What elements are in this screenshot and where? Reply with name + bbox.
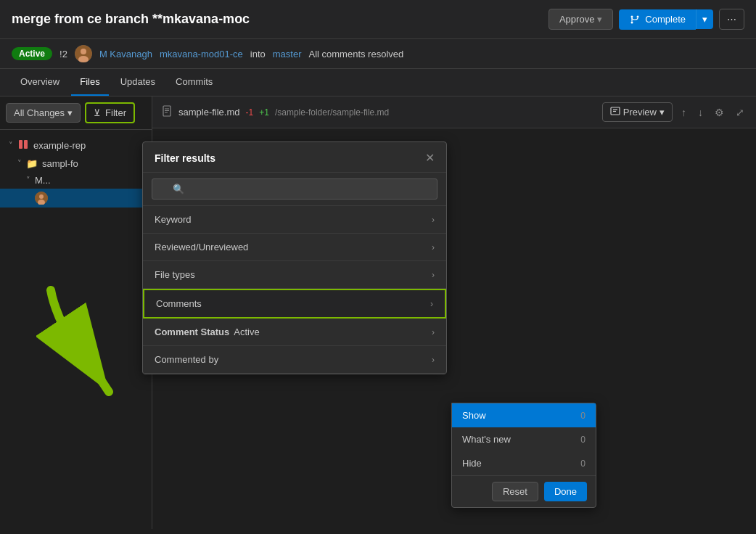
filter-dropdown-title: Filter results (155, 152, 215, 164)
tree-collapse-repo: ˅ (9, 141, 13, 150)
filter-search (143, 173, 446, 206)
sub-menu-show-count: 0 (580, 411, 586, 421)
scroll-down-button[interactable]: ↓ (695, 104, 706, 121)
filter-keyword-label: Keyword (155, 214, 192, 225)
tree-collapse-folder: ˅ (17, 159, 22, 168)
sub-menu-hide-count: 0 (580, 459, 586, 469)
filter-option-commented-by[interactable]: Commented by › (143, 346, 446, 374)
filter-bar: All Changes ▾ ⊻ Filter (0, 96, 152, 130)
tab-commits[interactable]: Commits (167, 69, 221, 96)
all-changes-dropdown-icon: ▾ (67, 107, 73, 118)
preview-dropdown-icon: ▾ (660, 107, 665, 118)
filter-dropdown-header: Filter results ✕ (143, 142, 446, 173)
complete-dropdown-icon: ▾ (702, 14, 707, 25)
svg-point-0 (631, 15, 633, 17)
svg-rect-7 (19, 140, 22, 149)
tree-folder-icon: 📁 (26, 158, 38, 169)
tree-item-repo[interactable]: ˅ example-rep (0, 136, 152, 155)
all-changes-button[interactable]: All Changes ▾ (6, 103, 81, 123)
more-icon: ⋯ (727, 14, 736, 25)
filter-filetypes-label: File types (155, 269, 195, 280)
filter-comments-label: Comments (156, 298, 202, 309)
complete-dropdown-button[interactable]: ▾ (696, 9, 713, 29)
diff-removed: -1 (246, 107, 254, 118)
nav-tabs: Overview Files Updates Commits (0, 69, 756, 96)
comments-sub-menu: Show 0 What's new 0 Hide 0 Reset Done (451, 403, 596, 508)
filter-commented-by-chevron: › (432, 355, 435, 365)
filter-button[interactable]: ⊻ Filter (85, 102, 135, 123)
preview-button[interactable]: Preview ▾ (602, 102, 673, 122)
svg-point-2 (631, 21, 633, 23)
scroll-up-button[interactable]: ↑ (678, 104, 689, 121)
filter-search-input[interactable] (152, 178, 437, 200)
approve-dropdown-icon: ▾ (597, 14, 602, 25)
sub-menu-footer: Reset Done (452, 475, 596, 507)
display-settings-button[interactable]: ⚙ (712, 104, 727, 121)
sub-menu-hide[interactable]: Hide 0 (452, 451, 596, 475)
filter-comments-chevron: › (430, 299, 433, 309)
filter-option-keyword[interactable]: Keyword › (143, 206, 446, 234)
all-changes-label: All Changes (14, 107, 65, 118)
top-header: merge from ce branch **mkavana-moc Appro… (0, 0, 756, 39)
file-header: sample-file.md -1 +1 /sample-folder/samp… (152, 96, 756, 128)
filter-reviewed-label: Reviewed/Unreviewed (155, 242, 248, 252)
tree-repo-icon (17, 139, 29, 152)
tree-repo-label: example-rep (33, 140, 86, 151)
tree-item-folder[interactable]: ˅ 📁 sampl-fo (0, 155, 152, 172)
diff-added: +1 (259, 107, 269, 118)
file-name: sample-file.md (178, 107, 240, 118)
branch-to: master (273, 49, 302, 59)
complete-button-group: Complete ▾ (619, 9, 713, 30)
sub-menu-whats-new-label: What's new (462, 434, 511, 445)
tab-overview[interactable]: Overview (12, 69, 68, 96)
branch-from: mkavana-mod01-ce (160, 49, 243, 59)
into-text: into (250, 49, 266, 59)
reset-button[interactable]: Reset (492, 482, 538, 501)
file-path: /sample-folder/sample-file.md (275, 107, 389, 118)
filter-close-button[interactable]: ✕ (425, 151, 435, 165)
filter-option-filetypes[interactable]: File types › (143, 261, 446, 289)
sub-menu-show-label: Show (462, 410, 486, 421)
expand-button[interactable]: ⤢ (733, 104, 747, 121)
filter-comment-status-label: Comment Status (155, 326, 229, 337)
tree-file-label: M... (35, 175, 51, 186)
preview-icon (610, 106, 620, 118)
comments-status: All comments resolved (308, 49, 403, 59)
filter-option-comment-status[interactable]: Comment Status Active › (143, 319, 446, 346)
filter-funnel-icon: ⊻ (94, 107, 101, 118)
filter-reviewed-chevron: › (432, 242, 435, 252)
done-button[interactable]: Done (544, 482, 587, 501)
filter-option-comments[interactable]: Comments › (143, 289, 446, 319)
complete-label: Complete (645, 14, 686, 25)
sub-menu-show[interactable]: Show 0 (452, 403, 596, 427)
filter-commented-by-label: Commented by (155, 354, 218, 365)
tree-item-avatar[interactable] (0, 189, 152, 208)
pr-title: merge from ce branch **mkavana-moc (12, 12, 250, 27)
merge-icon (629, 14, 641, 25)
left-panel: All Changes ▾ ⊻ Filter ˅ example-rep (0, 96, 152, 529)
tab-updates[interactable]: Updates (112, 69, 164, 96)
filter-comment-status-content: Comment Status Active (155, 326, 263, 337)
status-badge: Active (12, 47, 52, 60)
tab-files[interactable]: Files (71, 69, 108, 96)
approve-label: Approve (559, 14, 594, 25)
tree-item-file[interactable]: ˅ M... (0, 172, 152, 189)
complete-button[interactable]: Complete (619, 9, 696, 30)
filter-keyword-chevron: › (432, 215, 435, 225)
more-options-button[interactable]: ⋯ (719, 9, 744, 30)
svg-rect-8 (24, 140, 28, 149)
avatar (75, 45, 92, 62)
tree-folder-label: sampl-fo (42, 158, 78, 169)
filter-comment-status-value: Active (234, 326, 259, 337)
tree-avatar (35, 192, 48, 205)
preview-label: Preview (623, 107, 657, 118)
sub-header: Active !2 M Kavanagh mkavana-mod01-ce in… (0, 39, 756, 69)
file-header-actions: Preview ▾ ↑ ↓ ⚙ ⤢ (602, 102, 747, 122)
approve-button[interactable]: Approve ▾ (548, 9, 613, 30)
header-actions: Approve ▾ Complete ▾ ⋯ (548, 9, 744, 30)
filter-option-reviewed[interactable]: Reviewed/Unreviewed › (143, 234, 446, 261)
file-icon (161, 105, 173, 119)
svg-point-1 (637, 15, 639, 17)
avatar-image (75, 45, 92, 62)
sub-menu-whats-new[interactable]: What's new 0 (452, 427, 596, 451)
